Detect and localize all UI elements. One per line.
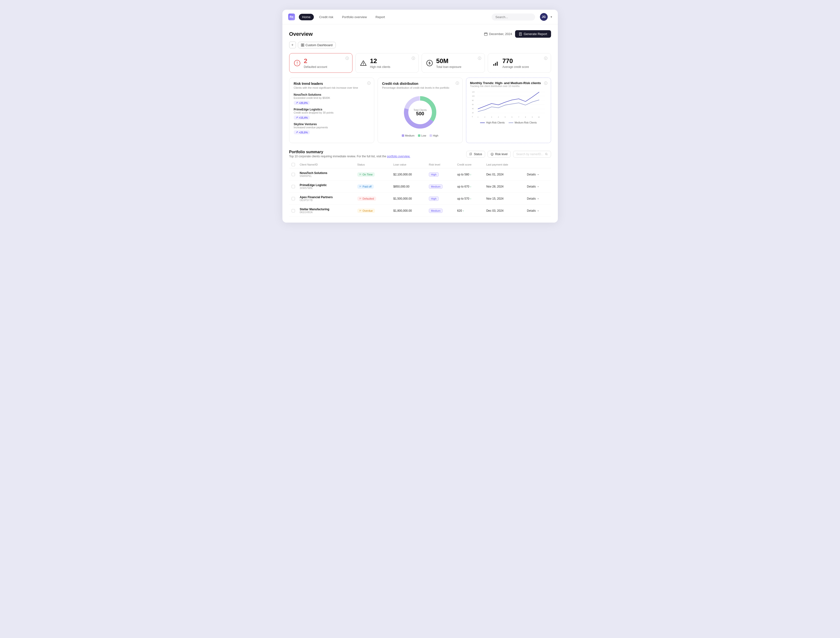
svg-text:20: 20	[472, 112, 474, 114]
last-payment-2: Nov 15, 2024	[484, 193, 524, 205]
legend-high-risk: High-Risk Clients	[480, 121, 505, 124]
last-payment-1: Nov 28, 2024	[484, 180, 524, 193]
portfolio-desc: Top 10 corporate clients requiring immed…	[289, 155, 411, 158]
user-avatar[interactable]: JG	[540, 13, 548, 21]
loan-value-1: $850,000.00	[391, 180, 426, 193]
risk-item-1-name: PrimeEdge Logistics	[294, 108, 369, 111]
status-badge-1: 🏳 Paid off	[357, 185, 374, 189]
risk-level-2: High	[429, 196, 439, 201]
portfolio-overview-link[interactable]: portfolio overview.	[387, 155, 410, 158]
risk-filter-button[interactable]: Risk level	[488, 151, 510, 158]
info-icon-3: ⓘ	[478, 56, 481, 61]
risk-trend-panel: Risk trend leaders Clients with the most…	[289, 77, 374, 143]
high-risk-label: High risk clients	[370, 65, 390, 69]
table-row: Stellar Manufacturing 0KEGV8OA 🏳 Overdue…	[289, 205, 551, 217]
svg-line-55	[547, 155, 548, 155]
avatar-chevron-icon[interactable]: ▾	[551, 15, 552, 19]
page-content: Overview December, 2024	[283, 24, 558, 223]
svg-text:9: 9	[532, 116, 533, 118]
risk-item-0-desc: Exceeded credit limit by $500K	[294, 96, 369, 99]
credit-score-2: up to 570 ↑	[455, 193, 484, 205]
credit-score-label: Average credit score	[502, 65, 529, 69]
risk-level-0: High	[429, 172, 439, 177]
risk-item-2-desc: Increased overdue payments	[294, 126, 369, 129]
generate-report-button[interactable]: Generate Report	[515, 30, 551, 38]
donut-legend: Medium Low High	[402, 134, 439, 137]
legend-medium: Medium	[402, 134, 415, 137]
risk-trend-subtitle: Clients with the most significant risk i…	[294, 86, 369, 90]
trends-chart-svg: 120 100 80 60 40 20 0 1 2	[470, 90, 547, 119]
risk-item-2: Skyline Ventures Increased overdue payme…	[294, 123, 369, 134]
details-link-2[interactable]: Details →	[527, 197, 549, 201]
donut-chart: Total Clients 500 Medium Low	[382, 93, 458, 137]
search-icon	[545, 153, 548, 156]
row-checkbox-3[interactable]	[292, 209, 295, 212]
alert-circle-icon	[294, 60, 300, 66]
row-checkbox-0[interactable]	[292, 173, 295, 176]
svg-rect-21	[497, 62, 498, 66]
details-link-0[interactable]: Details →	[527, 173, 549, 176]
svg-text:120: 120	[472, 91, 474, 93]
defaulted-value: 2	[304, 57, 327, 65]
col-status: Status	[355, 161, 391, 169]
client-name-1: PrimeEdge Logistic	[300, 183, 352, 187]
chart-legend: High-Risk Clients Medium-Risk Clients	[470, 121, 547, 124]
middle-section: Risk trend leaders Clients with the most…	[289, 77, 551, 143]
nav-item-portfolio[interactable]: Portfolio overview	[339, 14, 370, 20]
svg-rect-20	[495, 63, 496, 66]
custom-dashboard-button[interactable]: Custom Dashboard	[298, 42, 336, 48]
circle-icon	[491, 153, 494, 156]
svg-point-53	[492, 155, 493, 155]
warning-triangle-icon	[360, 60, 367, 66]
client-id-3: 0KEGV8OA	[300, 211, 352, 214]
client-name-3: Stellar Manufacturing	[300, 208, 352, 211]
flag-icon	[469, 153, 472, 156]
info-icon-1: ⓘ	[346, 56, 349, 61]
risk-trend-title: Risk trend leaders	[294, 82, 369, 85]
client-id-1: 3XWS7W9L	[300, 187, 352, 190]
portfolio-title: Portfolio summary	[289, 150, 411, 154]
client-name-0: NovaTech Solutions	[300, 171, 352, 175]
risk-item-0-name: NovaTech Solutions	[294, 93, 369, 96]
svg-text:1: 1	[477, 116, 478, 118]
date-label: December, 2024	[484, 32, 512, 36]
app-logo: Re	[288, 14, 295, 20]
risk-item-1-badge: ↗ +15,4%	[294, 115, 310, 120]
svg-text:8: 8	[525, 116, 526, 118]
details-link-3[interactable]: Details →	[527, 209, 549, 212]
nav-search-input[interactable]	[492, 14, 535, 21]
grid-icon	[301, 44, 304, 47]
svg-point-16	[363, 64, 363, 65]
risk-item-0-badge: ↗ +20,0%	[294, 101, 310, 105]
add-dashboard-button[interactable]: +	[289, 41, 296, 48]
details-link-1[interactable]: Details →	[527, 185, 549, 188]
select-all-checkbox[interactable]	[292, 163, 295, 166]
status-filter-button[interactable]: Status	[466, 151, 485, 158]
header-row: Overview December, 2024	[289, 30, 551, 38]
risk-item-2-name: Skyline Ventures	[294, 123, 369, 126]
legend-low: Low	[418, 134, 426, 137]
monthly-trends-panel: Monthly Trends: High- and Medium-Risk cl…	[466, 77, 551, 143]
client-id-0: 5N6R6PEL	[300, 175, 352, 177]
monthly-trends-subtitle: Tracking risk client distribution over 1…	[470, 85, 547, 87]
svg-text:40: 40	[472, 108, 474, 109]
info-icon-2: ⓘ	[412, 56, 415, 61]
credit-risk-dist-panel: Credit risk distribution Percentage dist…	[377, 77, 463, 143]
row-checkbox-1[interactable]	[292, 185, 295, 188]
portfolio-search-box[interactable]: Search by name/ID...	[513, 151, 551, 158]
calendar-icon	[484, 32, 488, 36]
svg-text:2: 2	[484, 116, 485, 118]
risk-item-0: NovaTech Solutions Exceeded credit limit…	[294, 93, 369, 105]
svg-text:3: 3	[491, 116, 492, 118]
legend-high: High	[429, 134, 439, 137]
nav-item-home[interactable]: Home	[299, 14, 314, 20]
row-checkbox-2[interactable]	[292, 197, 295, 201]
nav-item-credit-risk[interactable]: Credit risk	[316, 14, 337, 20]
loan-value-3: $1,800,000.00	[391, 205, 426, 217]
nav-item-report[interactable]: Report	[372, 14, 388, 20]
dollar-icon: $	[426, 60, 433, 66]
credit-risk-dist-subtitle: Percentage distribution of credit risk l…	[382, 86, 458, 90]
client-name-2: Apex Financial Partners	[300, 196, 352, 199]
table-row: NovaTech Solutions 5N6R6PEL 🏳 On Time $2…	[289, 169, 551, 180]
svg-text:7: 7	[518, 116, 519, 118]
